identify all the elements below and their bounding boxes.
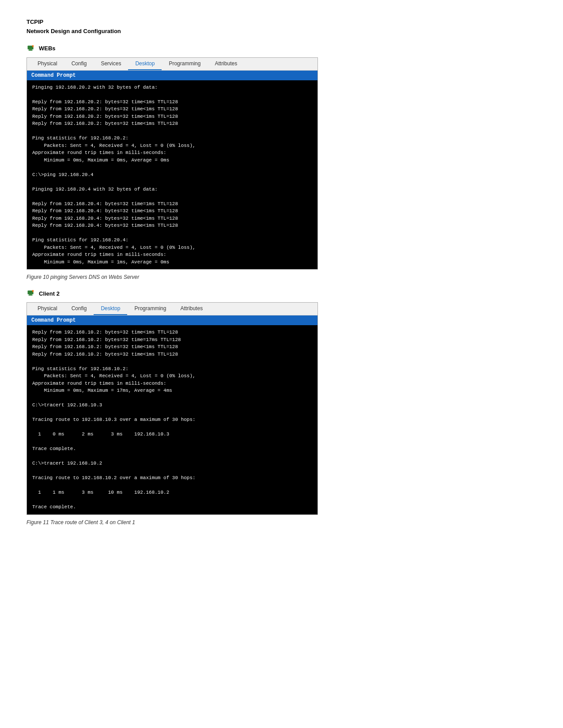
pc-icon-webs <box>26 44 35 53</box>
tab-desktop-2[interactable]: Desktop <box>94 303 127 315</box>
section1-label: WEBs <box>26 44 537 53</box>
tab-config-1[interactable]: Config <box>64 58 94 70</box>
client2-terminal-title: Command Prompt <box>27 315 317 325</box>
svg-rect-1 <box>29 49 32 50</box>
client2-tab-bar[interactable]: Physical Config Desktop Programming Attr… <box>27 303 317 315</box>
pc-icon-client2 <box>26 289 35 298</box>
tab-config-2[interactable]: Config <box>64 303 94 315</box>
tab-physical-2[interactable]: Physical <box>30 303 64 315</box>
webs-terminal-title: Command Prompt <box>27 71 317 80</box>
svg-rect-2 <box>29 50 33 50</box>
figure11-caption: Figure 11 Trace route of Client 3, 4 on … <box>26 519 537 525</box>
svg-rect-0 <box>28 45 34 49</box>
svg-rect-5 <box>29 295 33 296</box>
tab-programming-1[interactable]: Programming <box>162 58 208 70</box>
client2-terminal: Command Prompt Reply from 192.168.10.2: … <box>27 315 317 514</box>
tab-attributes-2[interactable]: Attributes <box>173 303 210 315</box>
webs-terminal: Command Prompt Pinging 192.168.20.2 with… <box>27 71 317 270</box>
webs-tab-bar[interactable]: Physical Config Services Desktop Program… <box>27 58 317 71</box>
client2-panel: Physical Config Desktop Programming Attr… <box>26 302 318 515</box>
tab-programming-2[interactable]: Programming <box>127 303 173 315</box>
client2-terminal-body: Reply from 192.168.10.2: bytes=32 time<1… <box>27 325 317 514</box>
tab-desktop-1[interactable]: Desktop <box>128 58 162 70</box>
section2-label: Client 2 <box>26 289 537 298</box>
document-title: TCPIP Network Design and Configuration <box>26 18 537 36</box>
svg-rect-4 <box>29 294 32 295</box>
svg-rect-3 <box>28 291 34 294</box>
webs-panel: Physical Config Services Desktop Program… <box>26 57 318 270</box>
tab-attributes-1[interactable]: Attributes <box>208 58 244 70</box>
tab-services-1[interactable]: Services <box>94 58 128 70</box>
figure10-caption: Figure 10 pinging Servers DNS on Webs Se… <box>26 274 537 280</box>
webs-terminal-body: Pinging 192.168.20.2 with 32 bytes of da… <box>27 80 317 270</box>
tab-physical-1[interactable]: Physical <box>30 58 64 70</box>
